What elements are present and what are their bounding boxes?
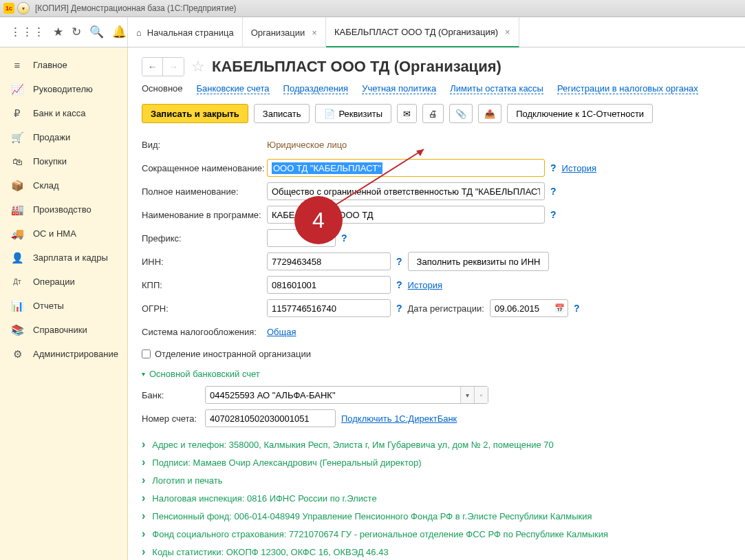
bank-input[interactable]: [206, 387, 460, 403]
expand-stats[interactable]: Коды статистики: ОКОПФ 12300, ОКФС 16, О…: [142, 543, 731, 560]
help-icon[interactable]: ?: [396, 303, 402, 314]
sidebar-item-admin[interactable]: ⚙Администрирование: [0, 342, 127, 366]
prefix-label: Префикс:: [142, 233, 267, 244]
expand-logo[interactable]: Логотип и печать: [142, 471, 731, 489]
export-button[interactable]: 📤: [478, 104, 501, 123]
help-icon[interactable]: ?: [550, 209, 557, 220]
sidebar-item-bank[interactable]: ₽Банк и касса: [0, 101, 127, 125]
directbank-link[interactable]: Подключить 1С:ДиректБанк: [341, 413, 457, 424]
expand-taxoffice[interactable]: Налоговая инспекция: 0816 ИФНС России по…: [142, 489, 731, 507]
gear-icon: ⚙: [11, 348, 23, 360]
subtab-main[interactable]: Основное: [142, 83, 183, 94]
sidebar-item-hr[interactable]: 👤Зарплата и кадры: [0, 246, 127, 270]
bell-icon[interactable]: 🔔: [112, 25, 127, 39]
sidebar-item-reports[interactable]: 📊Отчеты: [0, 294, 127, 318]
requisites-button[interactable]: 📄Реквизиты: [315, 104, 391, 123]
tab-org-detail[interactable]: КАБЕЛЬПЛАСТ ООО ТД (Организация) ×: [326, 17, 519, 47]
subtab-policy[interactable]: Учетная политика: [362, 83, 436, 94]
history-icon[interactable]: ↻: [72, 25, 81, 39]
history-link[interactable]: История: [562, 163, 596, 173]
ogrn-label: ОГРН:: [142, 303, 267, 314]
subtab-tax-registrations[interactable]: Регистрации в налоговых органах: [557, 83, 698, 94]
calendar-icon[interactable]: 📅: [552, 303, 568, 313]
account-input[interactable]: [205, 409, 336, 427]
sidebar-item-catalogs[interactable]: 📚Справочники: [0, 318, 127, 342]
tab-detail-label: КАБЕЛЬПЛАСТ ООО ТД (Организация): [334, 27, 498, 37]
favorite-star-icon[interactable]: ☆: [191, 58, 205, 76]
write-and-close-button[interactable]: Записать и закрыть: [142, 104, 248, 123]
reg-date-input[interactable]: [490, 300, 552, 316]
subtab-departments[interactable]: Подразделения: [283, 83, 349, 94]
fill-by-inn-button[interactable]: Заполнить реквизиты по ИНН: [408, 252, 550, 271]
tab-organizations[interactable]: Организации ×: [243, 17, 326, 47]
section-bank-account[interactable]: Основной банковский счет: [142, 364, 731, 383]
reg-date-field[interactable]: 📅: [490, 299, 568, 317]
nav-forward-button[interactable]: →: [163, 58, 184, 76]
kpp-input[interactable]: [267, 276, 391, 294]
action-bar: Записать и закрыть Записать 📄Реквизиты ✉…: [142, 104, 731, 123]
expand-label: Коды статистики: ОКОПФ 12300, ОКФС 16, О…: [152, 547, 388, 557]
close-icon[interactable]: ×: [505, 27, 510, 37]
dropdown-icon[interactable]: ▾: [460, 387, 474, 403]
row-prog-name: Наименование в программе: ?: [142, 203, 731, 226]
inn-label: ИНН:: [142, 257, 267, 267]
box-icon: 📦: [11, 180, 23, 192]
sidebar-item-stock[interactable]: 📦Склад: [0, 173, 127, 197]
kind-value: Юридическое лицо: [267, 140, 347, 150]
apps-icon[interactable]: ⋮⋮⋮: [10, 25, 45, 39]
window-title: [КОПИЯ] Демонстрационная база (1С:Предпр…: [35, 3, 237, 13]
expand-label: Налоговая инспекция: 0816 ИФНС России по…: [152, 493, 376, 504]
kind-label: Вид:: [142, 140, 267, 150]
expand-pension[interactable]: Пенсионный фонд: 006-014-048949 Управлен…: [142, 507, 731, 525]
sidebar-label: Главное: [33, 60, 67, 70]
help-icon[interactable]: ?: [396, 256, 402, 267]
tab-home[interactable]: ⌂ Начальная страница: [128, 17, 243, 47]
content-area: 4 ← → ☆ КАБЕЛЬПЛАСТ ООО ТД (Организация)…: [128, 47, 745, 560]
help-icon[interactable]: ?: [550, 162, 557, 173]
help-icon[interactable]: ?: [574, 303, 580, 314]
tab-home-label: Начальная страница: [147, 28, 234, 38]
bank-select[interactable]: ▾ ▫: [205, 386, 488, 404]
sidebar-item-sales[interactable]: 🛒Продажи: [0, 125, 127, 149]
sidebar-item-production[interactable]: 🏭Производство: [0, 197, 127, 222]
ogrn-input[interactable]: [267, 299, 391, 317]
sidebar-item-main[interactable]: ≡Главное: [0, 53, 127, 77]
sidebar-item-operations[interactable]: ДтОперации: [0, 270, 127, 294]
inn-input[interactable]: [267, 252, 391, 270]
sidebar-label: Руководителю: [33, 84, 93, 94]
print-button[interactable]: 🖨: [422, 104, 444, 123]
bank-label: Банк:: [142, 390, 169, 400]
tax-system-link[interactable]: Общая: [267, 327, 296, 337]
help-icon[interactable]: ?: [341, 233, 347, 244]
search-icon[interactable]: 🔍: [89, 25, 104, 39]
sidebar-item-manager[interactable]: 📈Руководителю: [0, 77, 127, 101]
connect-reporting-button[interactable]: Подключение к 1С-Отчетности: [507, 104, 653, 123]
chart-icon: 📈: [11, 83, 23, 96]
short-name-input[interactable]: ООО ТД "КАБЕЛЬПЛАСТ": [267, 159, 545, 177]
expand-signatures[interactable]: Подписи: Мамаев Очир Александрович (Гене…: [142, 453, 731, 471]
expand-social[interactable]: Фонд социального страхования: 7721070674…: [142, 525, 731, 543]
history-link[interactable]: История: [408, 280, 442, 290]
help-icon[interactable]: ?: [550, 186, 557, 197]
star-icon[interactable]: ★: [53, 25, 63, 39]
attach-button[interactable]: 📎: [449, 104, 473, 123]
expand-address[interactable]: Адрес и телефон: 358000, Калмыкия Респ, …: [142, 435, 731, 453]
sidebar-item-os-nma[interactable]: 🚚ОС и НМА: [0, 222, 127, 246]
tax-system-label: Система налогообложения:: [142, 327, 267, 337]
write-button[interactable]: Записать: [254, 104, 310, 123]
close-icon[interactable]: ×: [312, 28, 317, 38]
nav-back-button[interactable]: ←: [142, 58, 163, 76]
expand-label: Адрес и телефон: 358000, Калмыкия Респ, …: [152, 440, 553, 450]
help-icon[interactable]: ?: [396, 279, 402, 290]
open-icon[interactable]: ▫: [474, 387, 488, 403]
sidebar-label: Справочники: [33, 325, 87, 335]
app-menu-dropdown[interactable]: ▾: [17, 2, 30, 14]
subtab-cash-limits[interactable]: Лимиты остатка кассы: [450, 83, 543, 94]
sidebar-item-purchases[interactable]: 🛍Покупки: [0, 149, 127, 173]
expand-label: Логотип и печать: [152, 475, 222, 486]
email-button[interactable]: ✉: [397, 104, 417, 123]
full-name-label: Полное наименование:: [142, 186, 267, 197]
subtab-bank-accounts[interactable]: Банковские счета: [197, 83, 270, 94]
foreign-checkbox[interactable]: [142, 349, 151, 358]
short-name-value: ООО ТД "КАБЕЛЬПЛАСТ": [272, 162, 382, 174]
